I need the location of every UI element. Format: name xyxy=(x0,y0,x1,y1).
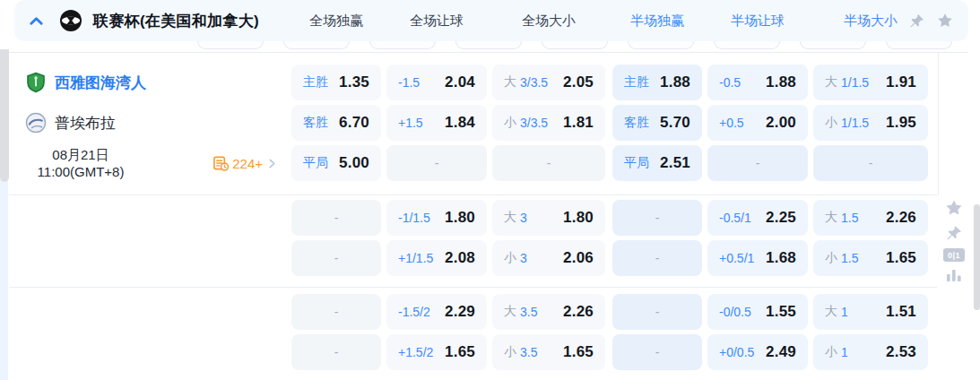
odds-cell[interactable]: 小3.51.65 xyxy=(492,334,605,370)
odds-cell[interactable]: 小12.53 xyxy=(813,334,928,370)
odds-value: 1.65 xyxy=(563,343,594,361)
column-header-halftime-1x2: 半场独赢 xyxy=(612,0,702,41)
kickoff-time: 11:00(GMT+8) xyxy=(9,163,152,181)
selection-label: 平局 xyxy=(624,155,649,171)
odds-cell[interactable]: 主胜1.88 xyxy=(612,65,702,100)
selection-label: 3/3.5 xyxy=(520,75,548,90)
odds-cell[interactable]: 客胜5.70 xyxy=(612,105,702,141)
pushpin-icon[interactable] xyxy=(945,224,963,242)
odds-row: 客胜6.70+1.51.84小3/3.51.81客胜5.70+0.52.00小1… xyxy=(291,105,928,141)
odds-cell[interactable]: -1/1.51.80 xyxy=(386,200,487,236)
odds-cell-empty: - xyxy=(386,145,487,181)
odds-cell[interactable]: -0.5/12.25 xyxy=(707,200,808,236)
odds-row: -+1/1.52.08小32.06-+0.5/11.68小1.51.65 xyxy=(291,240,928,276)
odds-cell[interactable]: +1.5/21.65 xyxy=(386,334,487,370)
odds-cell-empty: - xyxy=(612,240,702,276)
overunder-prefix: 小 xyxy=(825,344,837,360)
pushpin-icon[interactable] xyxy=(908,13,925,30)
selection-label: +0/0.5 xyxy=(719,345,754,359)
selection-label: 1/1.5 xyxy=(841,75,869,90)
left-scrollbar-thumb[interactable] xyxy=(0,49,9,182)
right-scrollbar-thumb[interactable] xyxy=(974,204,980,310)
star-icon[interactable] xyxy=(944,198,964,218)
odds-value: 2.00 xyxy=(766,114,796,132)
league-header-bar: 联赛杯(在美国和加拿大) 全场独赢 全场让球 全场大小 半场独赢 半场让球 半场… xyxy=(14,0,968,41)
odds-cell[interactable]: 大1/1.51.91 xyxy=(813,65,928,100)
odds-cell[interactable]: -0/0.51.55 xyxy=(707,294,808,330)
odds-cell[interactable]: 客胜6.70 xyxy=(291,105,381,141)
odds-cell[interactable]: 平局2.51 xyxy=(612,145,702,181)
overunder-prefix: 小 xyxy=(825,250,837,266)
collapse-league-button[interactable] xyxy=(27,12,45,30)
column-header-halftime-handicap: 半场让球 xyxy=(707,0,808,41)
home-team-name: 西雅图海湾人 xyxy=(55,73,146,93)
odds-cell[interactable]: +0.5/11.68 xyxy=(707,240,808,276)
column-header-fulltime-1x2: 全场独赢 xyxy=(291,0,381,41)
star-icon[interactable] xyxy=(936,12,954,30)
spacer-column xyxy=(0,294,291,370)
away-team-name: 普埃布拉 xyxy=(55,113,116,134)
home-team-row[interactable]: 西雅图海湾人 xyxy=(0,65,291,100)
selection-label: 3.5 xyxy=(520,305,537,319)
selection-label: -1.5/2 xyxy=(398,305,430,319)
odds-value: 5.70 xyxy=(660,114,690,132)
odds-cell[interactable]: -1.52.04 xyxy=(386,65,487,100)
overunder-prefix: 小 xyxy=(504,250,516,266)
odds-value: 1.88 xyxy=(660,73,690,91)
odds-row: 主胜1.35-1.52.04大3/3.52.05主胜1.88-0.51.88大1… xyxy=(291,65,928,100)
league-logo xyxy=(59,9,82,32)
odds-cell[interactable]: 小32.06 xyxy=(492,240,605,276)
selection-label: 3 xyxy=(520,251,527,265)
odds-cell[interactable]: 大31.80 xyxy=(492,200,605,236)
odds-cell-empty: - xyxy=(291,200,381,236)
odds-cell[interactable]: 大3.52.26 xyxy=(492,294,605,330)
odds-value: 2.25 xyxy=(766,209,796,227)
score-01-icon[interactable]: 0|1 xyxy=(943,248,965,262)
odds-cell[interactable]: +0/0.52.49 xyxy=(707,334,808,370)
odds-cell[interactable]: -0.51.88 xyxy=(707,65,808,100)
selection-label: 主胜 xyxy=(303,74,328,91)
selection-label: 1.5 xyxy=(841,251,858,265)
odds-cell[interactable]: +1/1.52.08 xyxy=(386,240,487,276)
odds-cell[interactable]: +1.51.84 xyxy=(386,105,487,141)
overunder-prefix: 大 xyxy=(504,74,516,91)
odds-table: 西雅图海湾人 普埃布拉 08月21日 11:00(GMT+8) xyxy=(0,53,937,370)
odds-cell[interactable]: 平局5.00 xyxy=(291,145,381,181)
odds-cell[interactable]: -1.5/22.29 xyxy=(386,294,487,330)
kickoff-date: 08月21日 xyxy=(9,146,152,164)
betting-odds-page: 联赛杯(在美国和加拿大) 全场独赢 全场让球 全场大小 半场独赢 半场让球 半场… xyxy=(0,0,980,380)
odds-row: --1/1.51.80大31.80--0.5/12.25大1.52.26 xyxy=(291,200,928,236)
odds-value: 5.00 xyxy=(339,154,369,172)
overunder-prefix: 小 xyxy=(504,115,516,131)
odds-value: 1.65 xyxy=(886,249,916,267)
odds-value: 1.80 xyxy=(563,209,594,227)
odds-cell[interactable]: 小1.51.65 xyxy=(813,240,928,276)
overunder-prefix: 大 xyxy=(504,210,516,226)
odds-cell-empty: - xyxy=(291,334,381,370)
odds-value: 1.84 xyxy=(445,114,475,132)
selection-label: -1/1.5 xyxy=(398,211,430,225)
odds-value: 1.65 xyxy=(445,343,475,361)
odds-cell[interactable]: 大1.52.26 xyxy=(813,200,928,236)
more-markets-link[interactable]: 224+ xyxy=(212,155,279,172)
stats-bars-icon[interactable] xyxy=(946,268,962,282)
odds-cell[interactable]: +0.52.00 xyxy=(707,105,808,141)
away-team-row[interactable]: 普埃布拉 xyxy=(0,105,291,141)
selection-label: 1/1.5 xyxy=(841,116,869,130)
selection-label: 客胜 xyxy=(624,115,649,131)
odds-cell[interactable]: 小1/1.51.95 xyxy=(813,105,928,141)
column-header-fulltime-handicap: 全场让球 xyxy=(386,0,487,41)
selection-label: -0/0.5 xyxy=(719,305,751,319)
selection-label: 平局 xyxy=(303,155,328,171)
overunder-prefix: 大 xyxy=(504,304,516,320)
chevron-right-icon xyxy=(265,157,279,170)
odds-cell[interactable]: 小3/3.51.81 xyxy=(492,105,605,141)
odds-value: 2.04 xyxy=(445,73,475,91)
odds-cell[interactable]: 大11.51 xyxy=(813,294,928,330)
kickoff-datetime: 08月21日 11:00(GMT+8) xyxy=(9,146,152,181)
odds-value: 1.55 xyxy=(766,303,796,321)
odds-cell[interactable]: 主胜1.35 xyxy=(291,65,381,100)
odds-value: 2.29 xyxy=(445,303,475,321)
odds-cell[interactable]: 大3/3.52.05 xyxy=(492,65,605,100)
home-team-crest-icon xyxy=(25,72,47,93)
